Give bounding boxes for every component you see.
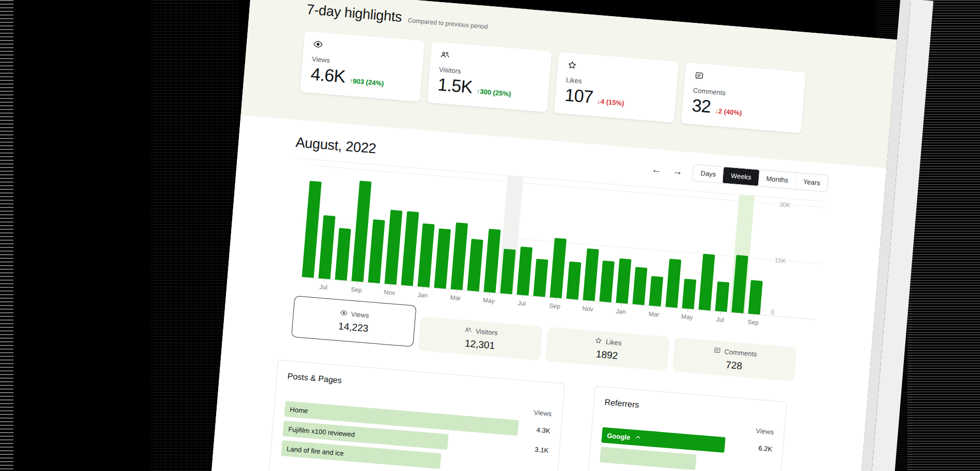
post-title[interactable]: Fujifilm x100 reviewed: [288, 421, 356, 442]
comment-icon: [694, 73, 704, 82]
x-axis-label-text: May: [482, 297, 495, 305]
y-axis-label: 15K: [775, 256, 786, 265]
x-axis-label-text: Sep: [351, 286, 362, 294]
x-axis-label-sep-15: Sep: [546, 298, 563, 314]
summary-tab-value: 12,301: [464, 338, 495, 352]
views-bar[interactable]: [616, 258, 631, 304]
summary-tab-value: 728: [726, 359, 743, 372]
views-bar[interactable]: [517, 246, 533, 296]
star-icon: [567, 62, 577, 72]
x-axis-label-text: Jul: [319, 283, 328, 291]
x-axis-cell: [562, 299, 580, 315]
axis-tick: [390, 285, 390, 287]
referrers-card: Referrers Views Google6.2K: [585, 386, 787, 471]
axis-tick: [720, 312, 721, 314]
highlight-card-value: 107: [564, 85, 593, 107]
period-segmented-control: DaysWeeksMonthsYears: [692, 164, 829, 192]
views-bar[interactable]: [335, 228, 351, 281]
referrer-name[interactable]: Google: [606, 427, 631, 445]
axis-tick: [489, 293, 490, 296]
period-tab-weeks[interactable]: Weeks: [722, 167, 759, 186]
views-bar[interactable]: [649, 276, 663, 307]
axis-tick: [456, 290, 457, 293]
x-axis-label-may-23: May: [678, 309, 696, 325]
views-bar[interactable]: [748, 280, 762, 315]
views-bar[interactable]: [583, 248, 599, 301]
highlight-card-delta: ↓2 (40%): [715, 107, 742, 117]
x-axis-label-sep-27: Sep: [744, 314, 762, 330]
x-axis-label-mar-9: Mar: [447, 289, 464, 306]
views-bar[interactable]: [665, 259, 681, 308]
highlight-card-value: 32: [691, 95, 712, 117]
axis-tick: [687, 309, 688, 312]
views-bar[interactable]: [599, 260, 614, 302]
x-axis-cell: [662, 307, 679, 323]
period-tab-months[interactable]: Months: [758, 170, 796, 189]
views-bar[interactable]: [549, 238, 566, 298]
summary-tab-label: Views: [351, 310, 370, 320]
views-bar[interactable]: [715, 282, 729, 312]
highlight-card-delta: ↑903 (24%): [349, 77, 384, 87]
axis-tick: [555, 298, 556, 301]
posts-pages-card: Posts & Pages Views Home4.3KFujifilm x10…: [267, 360, 565, 471]
axis-tick: [522, 296, 523, 298]
views-bar[interactable]: [681, 279, 696, 309]
referrer-views-bar: [600, 447, 697, 470]
next-period-arrow[interactable]: →: [671, 165, 684, 178]
post-views-value: 3.1K: [534, 441, 549, 458]
x-axis-label-mar-21: Mar: [645, 306, 663, 322]
views-bar[interactable]: [533, 259, 548, 297]
people-icon: [464, 325, 472, 335]
axis-tick: [655, 307, 655, 309]
post-views-value: 4.3K: [536, 422, 551, 438]
axis-tick: [423, 287, 423, 290]
noise-band-left: [0, 0, 13, 471]
highlight-card-value: 1.5K: [437, 74, 473, 97]
post-views-value: [546, 462, 547, 471]
highlight-card-views[interactable]: Views4.6K↑903 (24%): [300, 31, 425, 102]
x-axis-label-text: Jul: [716, 316, 724, 324]
highlight-card-comments[interactable]: Comments32↓2 (40%): [681, 62, 806, 133]
x-axis-label-nov-5: Nov: [381, 284, 399, 300]
views-bar[interactable]: [632, 267, 647, 306]
axis-tick: [588, 301, 589, 303]
x-axis-cell: [728, 313, 745, 329]
eye-icon: [339, 309, 348, 318]
x-axis-label-text: Mar: [648, 310, 660, 318]
summary-tab-views[interactable]: Views14,223: [291, 296, 417, 347]
views-bar[interactable]: [434, 228, 450, 288]
x-axis-cell: [595, 302, 613, 318]
highlight-card-visitors[interactable]: Visitors1.5K↑300 (25%): [427, 41, 552, 113]
post-title[interactable]: Land of fire and ice: [286, 441, 345, 461]
star-icon: [594, 336, 602, 346]
x-axis-cell: [430, 288, 448, 304]
x-axis-label-text: Sep: [747, 318, 759, 327]
x-axis-label-jul-1: Jul: [315, 279, 332, 295]
x-axis-cell: [463, 291, 481, 307]
axis-tick: [621, 304, 622, 307]
highlight-card-likes[interactable]: Likes107↓4 (15%): [554, 52, 679, 123]
x-axis-cell: [695, 310, 713, 326]
referrer-views-value: 6.2K: [758, 440, 773, 456]
x-axis-label-jul-25: Jul: [711, 311, 729, 327]
summary-tab-value: 1892: [595, 348, 618, 361]
post-title[interactable]: Home: [289, 401, 308, 419]
chevron-up-icon[interactable]: [634, 433, 641, 443]
x-axis-label-text: Mar: [450, 294, 461, 302]
views-bar[interactable]: [566, 261, 581, 300]
views-bar[interactable]: [698, 254, 715, 311]
x-axis-label-may-11: May: [480, 292, 498, 308]
highlight-card-value: 4.6K: [310, 64, 346, 87]
prev-period-arrow[interactable]: ←: [650, 163, 663, 176]
summary-tab-label: Likes: [605, 338, 621, 347]
comment-icon: [713, 346, 721, 356]
x-axis-label-text: Jan: [616, 308, 626, 316]
x-axis-cell: [364, 283, 382, 299]
period-tab-days[interactable]: Days: [693, 164, 724, 183]
period-tab-years[interactable]: Years: [795, 173, 828, 191]
y-axis-label: 0: [770, 308, 774, 316]
x-axis-cell: [397, 285, 415, 301]
y-axis-label: 30K: [779, 201, 790, 209]
views-bar[interactable]: [467, 239, 483, 292]
x-axis-cell: [530, 296, 547, 312]
